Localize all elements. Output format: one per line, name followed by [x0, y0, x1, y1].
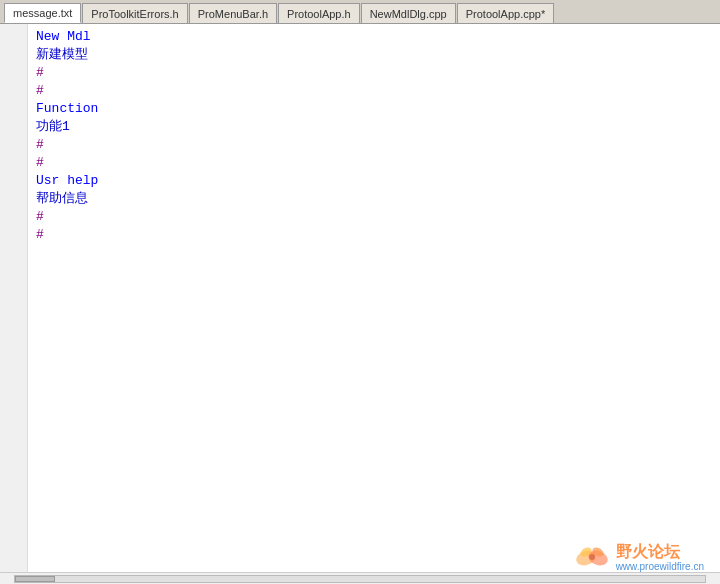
svg-point-4	[589, 554, 595, 560]
code-line: #	[36, 82, 712, 100]
watermark-title: 野火论坛	[616, 542, 680, 561]
code-line: 功能1	[36, 118, 712, 136]
code-line: #	[36, 154, 712, 172]
watermark-text-block: 野火论坛 www.proewildfire.cn	[616, 542, 704, 572]
tab-bar: message.txtProToolkitErrors.hProMenuBar.…	[0, 0, 720, 24]
watermark: 野火论坛 www.proewildfire.cn	[574, 542, 704, 572]
scrollbar-track[interactable]	[14, 575, 706, 583]
tab-promenubar[interactable]: ProMenuBar.h	[189, 3, 277, 23]
code-line: New Mdl	[36, 28, 712, 46]
code-line: #	[36, 226, 712, 244]
tab-protoolkiterrors[interactable]: ProToolkitErrors.h	[82, 3, 187, 23]
code-line: #	[36, 136, 712, 154]
watermark-logo-icon	[574, 542, 610, 572]
tab-protoolapp[interactable]: ProtoolApp.h	[278, 3, 360, 23]
code-line: 帮助信息	[36, 190, 712, 208]
watermark-url: www.proewildfire.cn	[616, 561, 704, 572]
scrollbar-thumb[interactable]	[15, 576, 55, 582]
line-numbers	[0, 24, 28, 584]
tab-protoolappcpp[interactable]: ProtoolApp.cpp*	[457, 3, 555, 23]
code-line: #	[36, 208, 712, 226]
code-content[interactable]: New Mdl新建模型##Function功能1##Usr help帮助信息##	[28, 24, 720, 584]
tab-message[interactable]: message.txt	[4, 3, 81, 23]
tab-newmdldlg[interactable]: NewMdlDlg.cpp	[361, 3, 456, 23]
editor-area: New Mdl新建模型##Function功能1##Usr help帮助信息##…	[0, 24, 720, 584]
code-line: Usr help	[36, 172, 712, 190]
code-line: 新建模型	[36, 46, 712, 64]
code-line: Function	[36, 100, 712, 118]
horizontal-scrollbar[interactable]	[0, 572, 720, 584]
code-line: #	[36, 64, 712, 82]
